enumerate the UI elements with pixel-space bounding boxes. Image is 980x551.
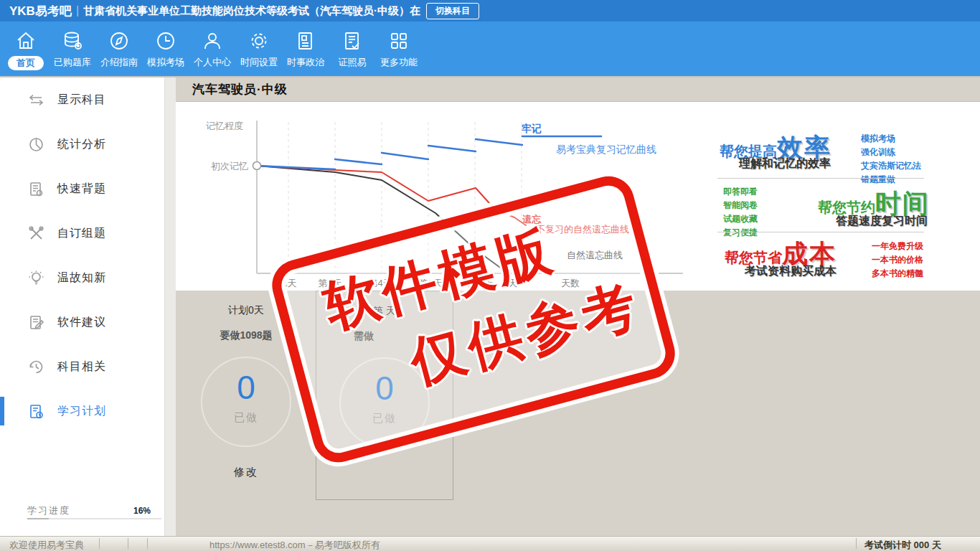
nav-item-label: 时间设置 xyxy=(240,56,278,69)
nav-item-label: 模拟考场 xyxy=(147,56,184,69)
nav-item-personal-center[interactable]: 个人中心 xyxy=(189,22,235,69)
promo-divider-1 xyxy=(717,178,924,179)
promo-list-item: 智能阅卷 xyxy=(723,199,758,212)
promo-cost-list: 一年免费升级 一本书的价格 多本书的精髓 xyxy=(872,240,923,281)
home-icon xyxy=(14,29,38,53)
exam-title: 甘肃省机关事业单位工勤技能岗位技术等级考试（汽车驾驶员·中级）在 xyxy=(83,4,420,18)
user-icon xyxy=(200,29,225,53)
grid-icon xyxy=(387,29,411,53)
promo-list-item: 多本书的精髓 xyxy=(872,267,923,281)
swap-icon xyxy=(27,91,44,108)
promo-list-item: 即答即看 xyxy=(723,185,758,199)
promo-list-item: 试题收藏 xyxy=(723,212,758,226)
promo-list-item: 一本书的价格 xyxy=(872,253,923,267)
progress-bar-fill xyxy=(27,518,49,519)
svg-text:易考宝典复习记忆曲线: 易考宝典复习记忆曲线 xyxy=(556,143,656,155)
sidebar-item-software-suggestions[interactable]: 软件建议 xyxy=(0,300,176,344)
svg-text:记忆程度: 记忆程度 xyxy=(206,121,243,131)
app-logo: YKB易考吧 xyxy=(9,3,72,19)
bulb-icon xyxy=(27,269,44,286)
promo-list-item: 一年免费升级 xyxy=(872,240,923,253)
sidebar-item-label: 温故知新 xyxy=(57,270,106,286)
sidebar-item-label: 显示科目 xyxy=(57,93,106,108)
nav-item-label: 更多功能 xyxy=(380,56,418,69)
sidebar-item-quick-memorize[interactable]: 快速背题 xyxy=(0,166,176,211)
sidebar-item-study-plan[interactable]: 学习计划 xyxy=(0,389,176,433)
nav-item-label: 证照易 xyxy=(339,56,367,69)
nav-item-home[interactable]: 首页 xyxy=(3,22,49,70)
welcome-text: 欢迎使用易考宝典 xyxy=(9,539,84,551)
nav-item-certificate[interactable]: 证照易 xyxy=(329,22,375,69)
edit-doc-icon xyxy=(27,314,44,331)
progress-value: 16% xyxy=(133,506,151,516)
subject-title-bar: 汽车驾驶员·中级 xyxy=(176,77,980,102)
compass-icon xyxy=(107,29,131,53)
nav-item-mock-exam[interactable]: 模拟考场 xyxy=(143,22,189,69)
sidebar-item-label: 自订组题 xyxy=(57,226,106,241)
nav-item-label: 首页 xyxy=(8,56,44,70)
status-divider xyxy=(128,538,128,549)
sidebar-item-show-subjects[interactable]: 显示科目 xyxy=(0,77,176,122)
nav-item-more-functions[interactable]: 更多功能 xyxy=(376,22,422,69)
news-icon xyxy=(293,29,318,53)
nav-item-label: 时事政治 xyxy=(287,56,324,69)
status-divider xyxy=(99,538,100,549)
sidebar-item-subject-related[interactable]: 科目相关 xyxy=(0,344,176,389)
brand-divider: | xyxy=(76,4,79,17)
nav-item-label: 介绍指南 xyxy=(100,56,138,69)
progress-label: 学习进度 xyxy=(27,504,70,517)
exam-countdown: 考试倒计时 000 天 xyxy=(864,539,941,551)
nav-item-time-settings[interactable]: 时间设置 xyxy=(236,22,282,69)
promo-list-item: 错题重做 xyxy=(861,173,921,187)
flashcard-icon xyxy=(27,180,44,197)
sidebar-item-label: 学习计划 xyxy=(57,404,106,419)
plan-done-circle: 0 已做 xyxy=(201,357,291,447)
main-nav-bar: 首页 已购题库 介绍指南 模拟考场 个人中心 时间设置 时事政治 xyxy=(0,22,980,77)
status-divider xyxy=(856,538,857,549)
copyright-text: https://www.etest8.com－易考吧版权所有 xyxy=(209,539,380,551)
tools-icon xyxy=(27,225,44,242)
plan-icon xyxy=(27,402,44,420)
plan-edit-button[interactable]: 修改 xyxy=(189,466,303,479)
promo-time-prefix: 帮您节约 xyxy=(818,199,875,215)
nav-item-question-bank[interactable]: 已购题库 xyxy=(50,22,95,69)
sidebar-item-statistics[interactable]: 统计分析 xyxy=(0,122,176,166)
switch-subject-button[interactable]: 切换科目 xyxy=(426,3,479,19)
promo-cost-subtitle: 考试资料购买成本 xyxy=(745,264,837,279)
promo-efficiency-subtitle: 理解和记忆的效率 xyxy=(739,156,831,171)
promo-divider-2 xyxy=(717,232,924,232)
top-title-bar: YKB易考吧 | 甘肃省机关事业单位工勤技能岗位技术等级考试（汽车驾驶员·中级）… xyxy=(0,0,980,22)
subject-title: 汽车驾驶员·中级 xyxy=(192,81,288,98)
sidebar-item-custom-questions[interactable]: 自订组题 xyxy=(0,211,176,255)
history-icon xyxy=(27,358,44,375)
sidebar-item-label: 科目相关 xyxy=(57,359,106,375)
svg-text:初次记忆: 初次记忆 xyxy=(211,161,248,171)
promo-cost-prefix: 帮您节省 xyxy=(725,250,782,265)
status-bar: 欢迎使用易考宝典 https://www.etest8.com－易考吧版权所有 … xyxy=(0,536,980,551)
promo-list-item: 艾宾浩斯记忆法 xyxy=(861,159,921,173)
database-icon xyxy=(60,29,85,53)
sidebar-item-label: 软件建议 xyxy=(57,315,106,330)
promo-list-item: 模拟考场 xyxy=(861,132,921,146)
sidebar-item-review[interactable]: 温故知新 xyxy=(0,255,176,300)
promo-list-item: 强化训练 xyxy=(861,146,921,159)
sidebar: 显示科目 统计分析 快速背题 自订组题 温故知新 软件建议 科目相关 xyxy=(0,77,176,536)
svg-text:牢记: 牢记 xyxy=(522,123,542,134)
pie-chart-icon xyxy=(27,136,44,153)
nav-item-label: 已购题库 xyxy=(54,56,91,69)
nav-item-guide[interactable]: 介绍指南 xyxy=(96,22,142,69)
sidebar-item-label: 快速背题 xyxy=(57,182,106,197)
certificate-icon xyxy=(340,29,364,53)
plan-done-label: 已做 xyxy=(234,411,258,425)
sidebar-item-label: 统计分析 xyxy=(57,137,106,152)
nav-item-label: 个人中心 xyxy=(194,56,231,69)
gear-icon xyxy=(247,29,271,53)
plan-done-count: 0 xyxy=(237,371,255,404)
active-indicator xyxy=(0,397,4,425)
study-progress-row: 学习进度 16% xyxy=(27,504,151,517)
nav-item-current-politics[interactable]: 时事政治 xyxy=(283,22,329,69)
clock-icon xyxy=(154,29,178,53)
status-divider xyxy=(147,538,148,549)
promo-time-subtitle: 答题速度复习时间 xyxy=(836,214,928,229)
sidebar-scrollbar[interactable] xyxy=(164,77,176,536)
